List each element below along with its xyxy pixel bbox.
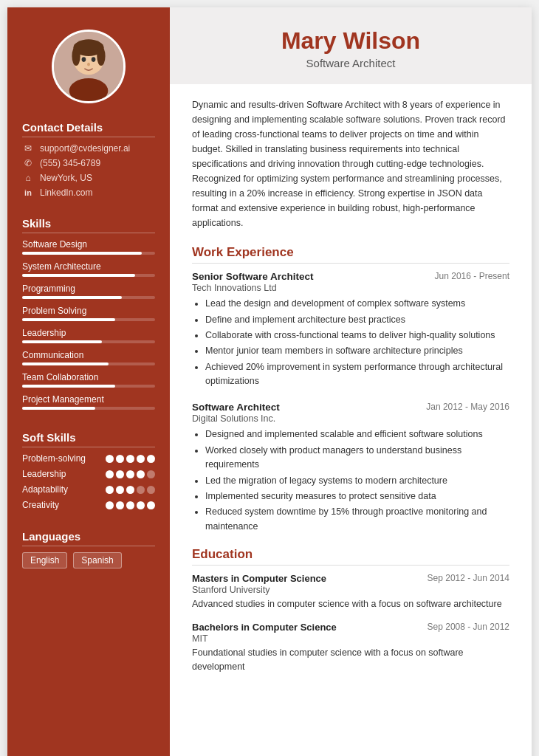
bullet-item: Reduced system downtime by 15% through p… bbox=[205, 505, 509, 534]
skill-item: Software Design bbox=[22, 239, 155, 255]
edu-header: Masters in Computer Science Sep 2012 - J… bbox=[192, 573, 509, 584]
skill-bar-fill bbox=[22, 340, 102, 343]
education-item: Masters in Computer Science Sep 2012 - J… bbox=[192, 573, 509, 611]
soft-skill-item: Problem-solving bbox=[22, 453, 155, 464]
skill-bar-bg bbox=[22, 407, 155, 410]
soft-skill-item: Creativity bbox=[22, 500, 155, 510]
sidebar: Contact Details ✉ support@cvdesigner.ai … bbox=[7, 7, 170, 756]
bullet-item: Designed and implemented scalable and ef… bbox=[205, 427, 509, 441]
skill-bar-bg bbox=[22, 318, 155, 321]
bullet-item: Led the migration of legacy systems to m… bbox=[205, 474, 509, 488]
dot bbox=[106, 470, 114, 478]
exp-bullets: Designed and implemented scalable and ef… bbox=[192, 427, 509, 534]
dot bbox=[126, 455, 134, 463]
dot bbox=[106, 486, 114, 494]
experience-item: Software Architect Jan 2012 - May 2016 D… bbox=[192, 402, 509, 534]
soft-skill-item: Leadership bbox=[22, 469, 155, 479]
languages-section: Languages EnglishSpanish bbox=[7, 520, 170, 573]
exp-company: Digital Solutions Inc. bbox=[192, 413, 509, 424]
resume-container: Contact Details ✉ support@cvdesigner.ai … bbox=[7, 7, 532, 756]
skill-item: Team Collaboration bbox=[22, 372, 155, 388]
skill-label: Leadership bbox=[22, 328, 155, 338]
skill-bar-bg bbox=[22, 340, 155, 343]
exp-job-title: Senior Software Architect bbox=[192, 271, 314, 282]
edu-school: Stanford University bbox=[192, 585, 509, 595]
contact-linkedin: in LinkedIn.com bbox=[22, 188, 155, 198]
exp-date: Jun 2016 - Present bbox=[435, 271, 509, 281]
dot bbox=[106, 455, 114, 463]
skills-section: Skills Software Design System Architectu… bbox=[7, 207, 170, 421]
skill-bar-fill bbox=[22, 296, 122, 299]
skills-title: Skills bbox=[22, 217, 155, 233]
skill-bar-bg bbox=[22, 385, 155, 388]
dot bbox=[126, 501, 134, 509]
soft-skill-label: Problem-solving bbox=[22, 453, 86, 464]
linkedin-icon: in bbox=[22, 188, 34, 197]
main-content: Mary Wilson Software Architect Dynamic a… bbox=[170, 7, 532, 756]
contact-location: ⌂ NewYork, US bbox=[22, 173, 155, 183]
main-header: Mary Wilson Software Architect bbox=[170, 7, 532, 84]
dot bbox=[137, 486, 145, 494]
experience-item: Senior Software Architect Jun 2016 - Pre… bbox=[192, 271, 509, 388]
skill-item: Problem Solving bbox=[22, 306, 155, 321]
contact-email: ✉ support@cvdesigner.ai bbox=[22, 143, 155, 154]
edu-desc: Advanced studies in computer science wit… bbox=[192, 597, 509, 611]
soft-skills-section: Soft Skills Problem-solving Leadership A… bbox=[7, 421, 170, 520]
dot bbox=[116, 486, 124, 494]
skill-bar-bg bbox=[22, 274, 155, 277]
dots-container bbox=[106, 486, 155, 494]
dot bbox=[126, 486, 134, 494]
candidate-title: Software Architect bbox=[192, 57, 509, 69]
dot bbox=[147, 501, 155, 509]
bullet-item: Lead the design and development of compl… bbox=[205, 297, 509, 311]
languages-title: Languages bbox=[22, 530, 155, 546]
edu-date: Sep 2012 - Jun 2014 bbox=[428, 573, 509, 583]
location-icon: ⌂ bbox=[22, 173, 34, 183]
svg-point-5 bbox=[97, 47, 105, 66]
candidate-name: Mary Wilson bbox=[192, 28, 509, 54]
bullet-item: Mentor junior team members in software a… bbox=[205, 344, 509, 358]
skill-bar-fill bbox=[22, 274, 135, 277]
bullet-item: Collaborate with cross-functional teams … bbox=[205, 329, 509, 343]
skill-label: Project Management bbox=[22, 394, 155, 405]
skill-bar-fill bbox=[22, 252, 142, 255]
education-item: Bachelors in Computer Science Sep 2008 -… bbox=[192, 622, 509, 674]
skill-item: System Architecture bbox=[22, 261, 155, 277]
svg-point-6 bbox=[82, 57, 86, 62]
skill-label: Communication bbox=[22, 350, 155, 360]
skill-bar-bg bbox=[22, 296, 155, 299]
exp-header: Senior Software Architect Jun 2016 - Pre… bbox=[192, 271, 509, 282]
edu-degree: Masters in Computer Science bbox=[192, 573, 326, 584]
avatar bbox=[52, 30, 126, 103]
dot bbox=[116, 470, 124, 478]
edu-date: Sep 2008 - Jun 2012 bbox=[428, 622, 509, 632]
contact-phone: ✆ (555) 345-6789 bbox=[22, 158, 155, 168]
exp-header: Software Architect Jan 2012 - May 2016 bbox=[192, 402, 509, 413]
dot bbox=[137, 501, 145, 509]
phone-icon: ✆ bbox=[22, 158, 34, 168]
main-body: Dynamic and results-driven Software Arch… bbox=[170, 84, 532, 706]
edu-degree: Bachelors in Computer Science bbox=[192, 622, 337, 633]
skill-item: Communication bbox=[22, 350, 155, 365]
svg-point-7 bbox=[92, 57, 96, 62]
skill-item: Leadership bbox=[22, 328, 155, 343]
svg-point-1 bbox=[69, 78, 109, 103]
dot bbox=[116, 501, 124, 509]
bullet-item: Worked closely with product managers to … bbox=[205, 444, 509, 472]
contact-section: Contact Details ✉ support@cvdesigner.ai … bbox=[7, 111, 170, 207]
dot bbox=[106, 501, 114, 509]
svg-point-4 bbox=[72, 47, 80, 66]
bullet-item: Implemented security measures to protect… bbox=[205, 489, 509, 504]
dots-container bbox=[106, 470, 155, 478]
dot bbox=[147, 486, 155, 494]
skill-bar-fill bbox=[22, 362, 109, 365]
soft-skill-label: Adaptability bbox=[22, 484, 68, 495]
dot bbox=[147, 455, 155, 463]
skill-label: Team Collaboration bbox=[22, 372, 155, 382]
language-tag: Spanish bbox=[73, 552, 121, 568]
edu-school: MIT bbox=[192, 633, 509, 644]
dot bbox=[126, 470, 134, 478]
bullet-item: Achieved 20% improvement in system perfo… bbox=[205, 360, 509, 389]
edu-desc: Foundational studies in computer science… bbox=[192, 646, 509, 674]
skill-item: Programming bbox=[22, 284, 155, 299]
